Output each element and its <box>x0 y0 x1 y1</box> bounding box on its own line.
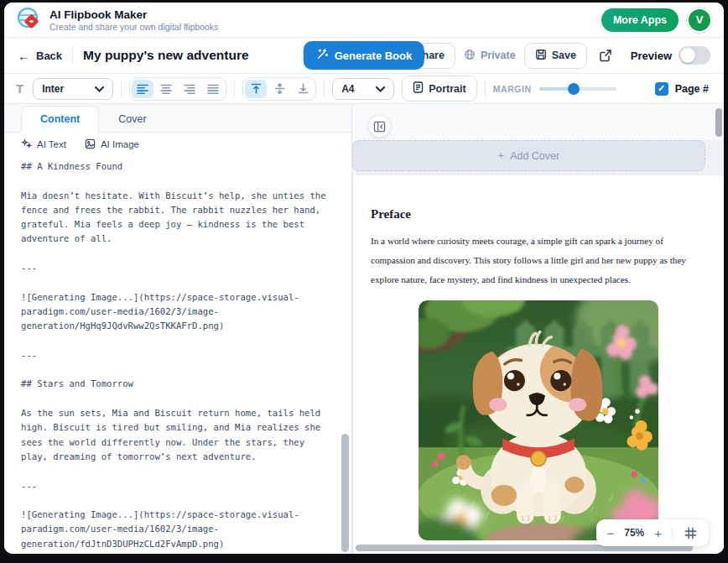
back-arrow-icon: ← <box>18 49 30 63</box>
ai-image-button[interactable]: AI Image <box>85 138 139 151</box>
save-icon <box>535 49 547 63</box>
save-button[interactable]: Save <box>524 43 587 69</box>
document-toolbar: ← Back My puppy's new adventure Generate… <box>4 38 724 74</box>
zoom-out-button[interactable]: − <box>605 525 616 541</box>
preview-top-strip <box>352 104 724 140</box>
open-external-button[interactable] <box>595 45 616 65</box>
valign-bottom-button[interactable] <box>292 80 314 98</box>
markdown-editor-content[interactable]: ## A Kindness Found Mia doesn’t hesitate… <box>21 159 331 554</box>
app-header: AI Flipbook Maker Create and share your … <box>4 3 724 38</box>
plus-icon: + <box>498 150 504 162</box>
divider <box>672 526 673 540</box>
generate-book-button[interactable]: Generate Book <box>304 41 424 70</box>
preview-vertical-scrollbar-thumb[interactable] <box>715 108 722 137</box>
markdown-editor[interactable]: ## A Kindness Found Mia doesn’t hesitate… <box>4 156 351 554</box>
align-justify-button[interactable] <box>202 80 224 98</box>
app-title-block: AI Flipbook Maker Create and share your … <box>49 8 218 32</box>
fit-frame-button[interactable] <box>681 524 700 543</box>
format-bar: T Inter <box>4 74 724 104</box>
page-number-label: Page # <box>675 83 709 95</box>
valign-top-button[interactable] <box>245 80 267 98</box>
zoom-in-button[interactable]: + <box>653 525 663 541</box>
align-left-button[interactable] <box>132 80 153 98</box>
ai-tools-row: AI Text AI Image <box>4 133 351 156</box>
more-apps-button[interactable]: More Apps <box>601 8 679 32</box>
page-size-select[interactable]: A4 <box>332 78 394 100</box>
page-heading: Preface <box>371 207 692 222</box>
app-window: AI Flipbook Maker Create and share your … <box>4 3 724 554</box>
divider <box>72 46 73 65</box>
image-icon <box>85 138 96 151</box>
text-align-group <box>129 77 226 101</box>
editor-scrollbar-thumb[interactable] <box>341 434 349 552</box>
vertical-align-group <box>242 77 316 101</box>
typography-icon: T <box>14 81 25 96</box>
magic-wand-icon <box>316 48 329 63</box>
page-number-checkbox[interactable] <box>655 82 668 96</box>
preview-panel: + Add Cover Preface In a world where cur… <box>352 104 724 554</box>
sparkles-icon <box>21 138 32 151</box>
orientation-button[interactable]: Portrait <box>402 76 476 102</box>
toggle-knob <box>680 48 695 63</box>
document-title: My puppy's new adventure <box>83 48 248 63</box>
align-right-button[interactable] <box>179 80 200 98</box>
globe-icon <box>464 49 476 63</box>
app-title: AI Flipbook Maker <box>49 8 218 21</box>
add-cover-dropzone[interactable]: + Add Cover <box>352 140 705 171</box>
back-button[interactable]: ← Back <box>18 49 62 63</box>
ai-text-button[interactable]: AI Text <box>21 138 66 151</box>
tab-cover[interactable]: Cover <box>99 106 165 133</box>
app-subtitle: Create and share your own digital flipbo… <box>49 22 218 32</box>
collapse-panel-button[interactable] <box>368 115 391 138</box>
preview-label: Preview <box>631 50 672 62</box>
puppy-illustration <box>419 300 658 540</box>
align-center-button[interactable] <box>155 80 177 98</box>
preview-toggle[interactable] <box>679 46 710 65</box>
font-family-select[interactable]: Inter <box>33 78 113 100</box>
divider <box>324 80 325 98</box>
flipbook-page: Preface In a world where curiosity meets… <box>353 175 724 554</box>
editor-tabbar: Content Cover <box>4 104 351 133</box>
document-icon <box>413 81 424 96</box>
margin-label: MARGIN <box>493 84 532 94</box>
zoom-level: 75% <box>624 527 644 539</box>
private-button[interactable]: Private <box>464 49 516 63</box>
zoom-controls: − 75% + <box>596 519 709 546</box>
editor-panel: Content Cover AI Text <box>4 104 352 554</box>
margin-slider-knob[interactable] <box>568 83 580 95</box>
user-avatar[interactable]: V <box>687 8 712 33</box>
divider <box>121 80 122 98</box>
chevron-down-icon <box>376 83 385 95</box>
divider <box>234 80 235 98</box>
app-logo-icon <box>16 6 41 34</box>
page-paragraph: In a world where curiosity meets courage… <box>371 232 692 289</box>
chevron-down-icon <box>95 83 104 95</box>
tab-content[interactable]: Content <box>21 106 99 133</box>
divider <box>485 80 486 98</box>
margin-slider[interactable] <box>539 87 616 91</box>
valign-middle-button[interactable] <box>268 80 290 98</box>
